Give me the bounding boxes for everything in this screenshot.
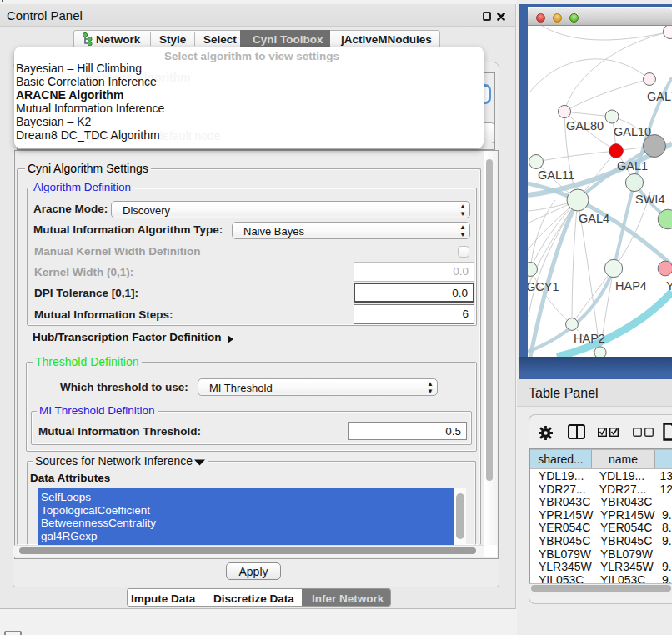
- svg-text:GAL80: GAL80: [566, 119, 604, 132]
- svg-text:GAL1: GAL1: [617, 159, 648, 172]
- svg-text:GCY1: GCY1: [528, 280, 559, 293]
- svg-text:GAL11: GAL11: [538, 168, 574, 182]
- svg-text:Y: Y: [666, 279, 672, 292]
- svg-text:GAL10: GAL10: [614, 125, 651, 138]
- svg-text:GAL7: GAL7: [647, 90, 672, 103]
- svg-text:GAL4: GAL4: [579, 212, 609, 225]
- svg-text:HAP4: HAP4: [615, 279, 647, 292]
- svg-text:HAP2: HAP2: [574, 332, 605, 345]
- svg-text:SWI4: SWI4: [635, 192, 664, 206]
